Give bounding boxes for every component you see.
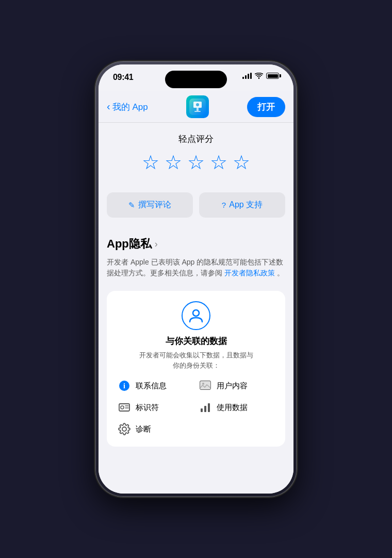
privacy-description: 开发者 Apple 已表明该 App 的隐私规范可能包括下述数据处理方式。更多相… xyxy=(107,257,285,278)
data-card-title: 与你关联的数据 xyxy=(117,335,275,347)
star-3[interactable]: ☆ xyxy=(187,151,205,174)
back-button[interactable]: ‹ 我的 App xyxy=(107,101,148,113)
content-area[interactable]: ‹ 我的 App xyxy=(99,91,293,494)
phone-screen: 09:41 xyxy=(99,64,293,494)
privacy-chevron-icon: › xyxy=(155,239,158,250)
keynote-icon-svg xyxy=(189,99,206,115)
data-item-diagnostics: 诊断 xyxy=(117,422,194,436)
svg-point-12 xyxy=(121,406,124,409)
signal-icon xyxy=(242,73,252,79)
data-card-description: 开发者可能会收集以下数据，且数据与你的身份关联： xyxy=(117,350,275,370)
gear-icon xyxy=(117,422,132,436)
rating-section: 轻点评分 ☆ ☆ ☆ ☆ ☆ xyxy=(99,123,293,192)
star-4[interactable]: ☆ xyxy=(210,151,227,174)
contact-label: 联系信息 xyxy=(136,381,167,391)
open-button[interactable]: 打开 xyxy=(247,97,285,117)
person-icon-container xyxy=(182,301,210,330)
person-icon xyxy=(188,308,204,323)
bar-chart-icon xyxy=(198,400,213,415)
write-review-label: 撰写评论 xyxy=(138,200,171,210)
data-item-usage: 使用数据 xyxy=(198,400,275,415)
user-content-label: 用户内容 xyxy=(217,381,248,391)
svg-point-10 xyxy=(202,383,204,385)
image-icon xyxy=(198,379,213,393)
person-card-icon xyxy=(117,400,132,415)
back-chevron-icon: ‹ xyxy=(107,101,110,112)
stars-row[interactable]: ☆ ☆ ☆ ☆ ☆ xyxy=(107,151,285,174)
svg-rect-2 xyxy=(197,108,199,111)
privacy-section: App隐私 › 开发者 Apple 已表明该 App 的隐私规范可能包括下述数据… xyxy=(99,226,293,291)
svg-rect-3 xyxy=(194,111,201,112)
svg-rect-17 xyxy=(208,403,210,412)
app-support-button[interactable]: ? App 支持 xyxy=(199,192,285,218)
dynamic-island xyxy=(165,71,227,88)
privacy-heading[interactable]: App隐私 › xyxy=(107,236,285,252)
data-item-contact: i 联系信息 xyxy=(117,379,194,393)
back-label: 我的 App xyxy=(112,101,148,113)
data-items-grid: i 联系信息 xyxy=(117,379,275,436)
status-time: 09:41 xyxy=(113,73,133,82)
data-card-header: 与你关联的数据 开发者可能会收集以下数据，且数据与你的身份关联： xyxy=(117,301,275,370)
write-review-button[interactable]: ✎ 撰写评论 xyxy=(107,192,193,218)
svg-point-5 xyxy=(193,310,199,316)
phone-device: 09:41 xyxy=(95,61,297,497)
action-buttons: ✎ 撰写评论 ? App 支持 xyxy=(107,192,285,218)
data-item-identifier: 标识符 xyxy=(117,400,194,415)
wifi-icon xyxy=(255,73,263,79)
privacy-policy-link[interactable]: 开发者隐私政策 xyxy=(224,269,275,277)
battery-icon xyxy=(266,73,279,79)
app-support-icon: ? xyxy=(222,201,226,209)
svg-text:i: i xyxy=(123,382,125,390)
navigation-bar: ‹ 我的 App xyxy=(99,91,293,123)
status-icons xyxy=(242,73,279,79)
svg-rect-16 xyxy=(204,406,206,412)
usage-label: 使用数据 xyxy=(217,403,248,413)
status-bar: 09:41 xyxy=(99,64,293,91)
rating-title: 轻点评分 xyxy=(107,133,285,145)
diagnostics-label: 诊断 xyxy=(136,424,151,434)
data-card: 与你关联的数据 开发者可能会收集以下数据，且数据与你的身份关联： i xyxy=(107,291,285,447)
battery-fill xyxy=(268,74,278,78)
info-icon: i xyxy=(117,379,132,393)
star-1[interactable]: ☆ xyxy=(142,151,159,174)
identifier-label: 标识符 xyxy=(136,403,159,413)
privacy-title: App隐私 xyxy=(107,236,152,252)
write-review-icon: ✎ xyxy=(128,201,135,210)
svg-point-4 xyxy=(196,103,199,106)
svg-rect-15 xyxy=(201,408,203,412)
app-icon xyxy=(186,95,209,118)
star-2[interactable]: ☆ xyxy=(165,151,182,174)
app-support-label: App 支持 xyxy=(229,200,263,210)
star-5[interactable]: ☆ xyxy=(233,151,250,174)
data-item-user-content: 用户内容 xyxy=(198,379,275,393)
svg-rect-9 xyxy=(200,381,210,389)
